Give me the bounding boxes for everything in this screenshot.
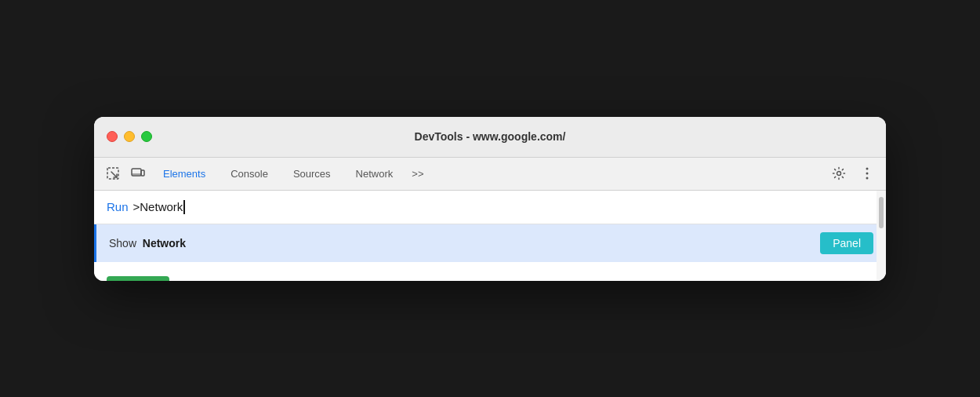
devtools-window: DevTools - www.google.com/ Elements Cons… — [94, 117, 886, 281]
device-toolbar-icon[interactable] — [125, 161, 151, 186]
more-vert-icon[interactable] — [855, 161, 880, 186]
command-input-wrapper[interactable]: Run >Network — [94, 191, 886, 224]
tab-elements[interactable]: Elements — [151, 163, 218, 184]
tab-more-button[interactable]: >> — [405, 163, 430, 184]
svg-point-7 — [866, 177, 869, 180]
scrollbar-thumb — [879, 197, 884, 228]
command-input[interactable]: >Network — [133, 200, 186, 214]
content-area: Run >Network Show Network Panel — [94, 191, 886, 281]
close-button[interactable] — [107, 131, 118, 142]
inspect-element-icon[interactable] — [100, 161, 125, 186]
minimize-button[interactable] — [124, 131, 135, 142]
svg-rect-2 — [141, 170, 144, 176]
maximize-button[interactable] — [141, 131, 152, 142]
show-label: Show — [109, 237, 136, 249]
svg-point-5 — [866, 168, 869, 170]
title-bar: DevTools - www.google.com/ — [94, 117, 886, 158]
panel-button[interactable]: Panel — [820, 232, 873, 254]
content-wrapper: Run >Network Show Network Panel — [94, 191, 886, 281]
tab-network[interactable]: Network — [343, 163, 406, 184]
result-text: Show Network — [109, 237, 820, 249]
traffic-lights — [107, 131, 152, 142]
svg-point-6 — [866, 173, 869, 175]
scrollbar[interactable] — [877, 191, 886, 281]
svg-rect-1 — [132, 169, 141, 176]
tab-bar: Elements Console Sources Network >> — [94, 158, 886, 191]
command-text: >Network — [133, 200, 183, 213]
network-result-label: Network — [143, 237, 186, 249]
tab-right-icons — [826, 161, 880, 186]
window-title: DevTools - www.google.com/ — [415, 130, 566, 143]
settings-icon[interactable] — [826, 161, 851, 186]
svg-point-4 — [837, 172, 841, 176]
result-row[interactable]: Show Network Panel — [94, 224, 886, 262]
text-cursor — [183, 200, 185, 214]
tab-sources[interactable]: Sources — [281, 163, 343, 184]
run-label: Run — [107, 200, 129, 213]
tab-console[interactable]: Console — [218, 163, 281, 184]
